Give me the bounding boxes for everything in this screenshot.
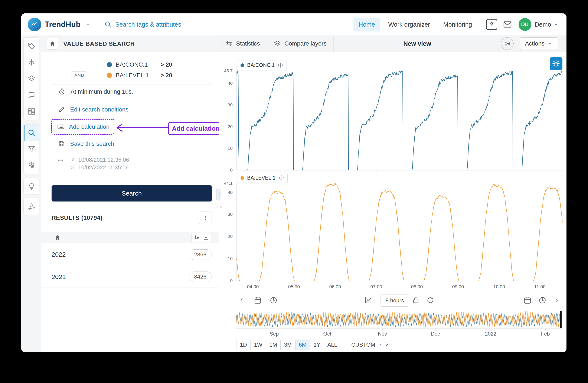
y-tick-label: 30: [228, 102, 233, 107]
comment-icon[interactable]: [24, 87, 39, 103]
series-dot: [241, 176, 244, 180]
app-header: TrendHub Search tags & attributes HomeWo…: [21, 13, 567, 36]
chart-conc[interactable]: [236, 71, 563, 171]
fit-view-button[interactable]: [382, 340, 392, 350]
range-start-row: 10/08/2021 12:35:06: [41, 156, 129, 164]
overview-cursor[interactable]: [560, 311, 562, 328]
pencil-icon: [58, 106, 65, 113]
layers-icon[interactable]: [24, 70, 39, 87]
keyboard-icon: [57, 123, 65, 131]
calendar-end-button[interactable]: [522, 295, 533, 306]
result-row-2021[interactable]: 2021 8426: [41, 266, 219, 287]
edit-search-conditions-link[interactable]: Edit search conditions: [41, 104, 219, 115]
nav-work-organizer[interactable]: Work organizer: [383, 18, 435, 32]
duration-row[interactable]: At minimum during 10s.: [41, 86, 219, 97]
legend-chip-conc[interactable]: BA:CONC.1: [237, 60, 287, 70]
save-search-link[interactable]: Save this search: [41, 138, 219, 149]
left-icon-rail: [21, 36, 41, 352]
range-button-1d[interactable]: 1D: [236, 340, 251, 350]
range-button-3m[interactable]: 3M: [280, 340, 295, 350]
search-button[interactable]: Search: [52, 185, 212, 202]
tag-icon[interactable]: [24, 38, 39, 54]
home-column-icon: [54, 234, 60, 240]
dashboard-icon[interactable]: [24, 103, 39, 120]
pan-left-button[interactable]: [236, 295, 247, 306]
header-right: HomeWork organizerMonitoring ? DU Demo: [354, 18, 559, 32]
skip-start-icon: [70, 157, 75, 163]
brand-chevron-down-icon[interactable]: [85, 22, 91, 27]
idea-icon[interactable]: [24, 178, 39, 194]
actions-label: Actions: [525, 40, 545, 47]
custom-range-button[interactable]: CUSTOM: [347, 340, 387, 350]
nav-home[interactable]: Home: [354, 18, 380, 32]
series-name: BA:LEVEL.1: [247, 175, 275, 181]
result-count-badge: 8426: [189, 271, 212, 282]
sort-amount-icon[interactable]: [194, 235, 200, 241]
condition-value: 20: [166, 72, 172, 78]
x-axis-ticks: [236, 281, 563, 283]
collapse-all-icon[interactable]: [203, 235, 209, 241]
add-calculation-highlight-box: Add calculation: [51, 119, 114, 135]
overview-strip[interactable]: [236, 311, 563, 328]
results-table-header: [41, 232, 219, 243]
range-start: 10/08/2021 12:35:06: [78, 157, 129, 163]
help-button[interactable]: ?: [486, 19, 497, 30]
chart-panel: Statistics Compare layers New view Actio…: [219, 36, 567, 352]
condition-tag: BA:CONC.1: [116, 61, 148, 68]
annotation-arrow: [114, 122, 169, 133]
actions-button[interactable]: Actions: [520, 38, 558, 50]
range-button-1m[interactable]: 1M: [266, 340, 281, 350]
axis-tick-label: Feb: [541, 331, 550, 337]
result-row-2022[interactable]: 2022 2368: [41, 243, 219, 267]
tags-search-input[interactable]: Search tags & attributes: [104, 21, 181, 28]
live-monitoring-button[interactable]: [501, 37, 514, 50]
fingerprint-icon[interactable]: [24, 157, 39, 174]
divider: [51, 153, 212, 153]
calendar-start-button[interactable]: [252, 295, 263, 306]
home-button[interactable]: [47, 38, 58, 50]
chart-settings-button[interactable]: [550, 57, 563, 70]
y-tick-label: 40: [228, 190, 233, 195]
axis-tick-label: 09:00: [452, 284, 464, 289]
axis-tick-label: Nov: [378, 331, 387, 337]
trend-tools-button[interactable]: [363, 295, 374, 306]
range-end-row: 10/02/2022 11:35:06: [41, 164, 129, 171]
search-tool-icon[interactable]: [24, 124, 39, 141]
legend-chip-level[interactable]: BA:LEVEL.1: [237, 173, 288, 183]
avatar[interactable]: DU: [519, 18, 531, 31]
y-tick-label: 40: [228, 81, 233, 86]
save-link-label: Save this search: [70, 140, 114, 147]
results-header: RESULTS (10794): [41, 211, 219, 225]
axis-tick-label: Sep: [270, 331, 279, 337]
clock-end-button[interactable]: [537, 295, 548, 306]
range-button-1w[interactable]: 1W: [250, 340, 266, 350]
mail-icon[interactable]: [503, 20, 512, 29]
history-button[interactable]: [425, 295, 436, 306]
pan-right-button[interactable]: [551, 295, 562, 306]
condition-row[interactable]: AND BA:LEVEL.1 > 20: [41, 70, 219, 81]
time-window-selector[interactable]: 8 hours: [380, 294, 409, 306]
machine-learning-icon[interactable]: [24, 198, 39, 215]
user-chevron-down-icon[interactable]: [553, 22, 559, 27]
add-calculation-link[interactable]: Add calculation: [69, 123, 109, 130]
rail-group-1: [23, 38, 40, 120]
filter-icon[interactable]: [24, 141, 39, 157]
panel-collapse-button[interactable]: ×: [217, 203, 224, 210]
results-menu-button[interactable]: [199, 211, 212, 224]
compare-layers-button[interactable]: Compare layers: [267, 36, 334, 52]
range-button-1y[interactable]: 1Y: [310, 340, 324, 350]
statistics-button[interactable]: Statistics: [219, 36, 267, 52]
range-button-6m[interactable]: 6M: [295, 340, 310, 350]
condition-row[interactable]: BA:CONC.1 > 20: [41, 59, 219, 70]
lock-timespan-button[interactable]: [410, 295, 421, 306]
overview-labels: SepOctNovDec2022Feb: [236, 331, 563, 337]
edit-link-label: Edit search conditions: [70, 106, 128, 113]
panel-resize-handle[interactable]: [216, 189, 221, 200]
app-window: TrendHub Search tags & attributes HomeWo…: [21, 13, 567, 352]
clock-start-button[interactable]: [268, 295, 279, 306]
y-tick-label: 10: [228, 146, 233, 151]
context-icon[interactable]: [24, 54, 39, 70]
nav-monitoring[interactable]: Monitoring: [438, 18, 477, 32]
chart-level[interactable]: [236, 183, 563, 281]
range-button-all[interactable]: ALL: [324, 340, 341, 350]
